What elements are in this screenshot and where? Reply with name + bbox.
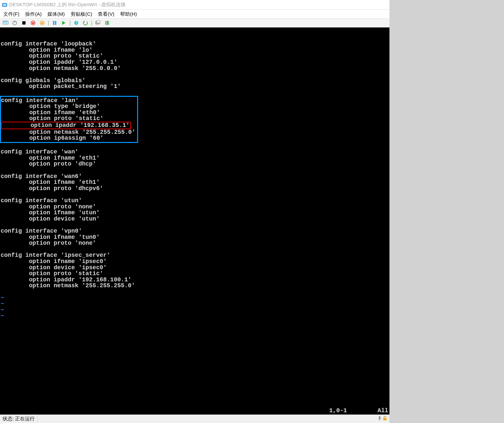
cfg-loopback-ifname: option ifname 'lo' xyxy=(1,47,93,53)
toolbar-separator: | xyxy=(91,20,92,26)
blank-line xyxy=(1,71,4,78)
menu-action[interactable]: 操作(A) xyxy=(25,11,42,17)
cfg-utun-header: config interface 'utun' xyxy=(1,197,82,204)
cfg-ipsec-netmask: option netmask '255.255.255.0' xyxy=(1,282,135,289)
cfg-wan-proto: option proto 'dhcp' xyxy=(1,161,96,167)
vm-status: 状态: 正在运行 xyxy=(0,415,38,423)
window-title: DESKTOP-LM3S0B2 上的 Rin-OpenWrt - 虚拟机连接 xyxy=(9,2,126,8)
cfg-wan-header: config interface 'wan' xyxy=(1,149,79,155)
menu-media[interactable]: 媒体(M) xyxy=(47,11,65,17)
blank-line xyxy=(1,143,4,149)
vim-cursor-position: 1,0-1 xyxy=(329,408,375,414)
svg-marker-21 xyxy=(83,21,85,22)
statusbar: 状态: 正在运行 xyxy=(0,414,389,423)
cfg-lan-header: config interface 'lan' xyxy=(1,97,79,104)
cfg-ipsec-ipaddr: option ipaddr '192.168.100.1' xyxy=(1,276,132,283)
menu-view[interactable]: 查看(V) xyxy=(98,11,114,17)
blank-line xyxy=(1,191,4,198)
lan-ipaddr-highlight: option ipaddr '192.168.35.1' xyxy=(1,122,131,129)
app-icon xyxy=(2,2,7,8)
power-icon[interactable] xyxy=(11,19,18,26)
cfg-lan-ifname: option ifname 'eth0' xyxy=(1,109,100,116)
menu-file[interactable]: 文件(F) xyxy=(3,11,19,17)
enhanced-session-icon[interactable] xyxy=(94,19,101,26)
cfg-ipsec-ifname: option ifname 'ipsec0' xyxy=(1,258,107,265)
cfg-utun-ifname: option ifname 'utun' xyxy=(1,209,99,216)
cfg-vpn0-ifname: option ifname 'tun0' xyxy=(1,234,99,240)
cfg-lan-type: option type 'bridge' xyxy=(1,103,100,110)
menu-clipboard[interactable]: 剪贴板(C) xyxy=(71,11,92,17)
cfg-loopback-proto: option proto 'static' xyxy=(1,53,103,59)
vim-status-left xyxy=(0,408,329,414)
vim-tilde: ~ xyxy=(1,301,4,307)
toolbar-separator: | xyxy=(69,20,71,26)
svg-rect-6 xyxy=(5,21,6,22)
vim-tilde: ~ xyxy=(1,295,4,301)
blank-line xyxy=(1,289,4,295)
cfg-wan6-ifname: option ifname 'eth1' xyxy=(1,179,99,185)
cfg-utun-device: option device 'utun' xyxy=(1,216,99,222)
menu-help[interactable]: 帮助(H) xyxy=(120,11,137,17)
desktop-background xyxy=(389,0,504,423)
blank-line xyxy=(1,221,4,228)
svg-rect-23 xyxy=(97,20,100,23)
stop-icon[interactable] xyxy=(20,19,27,26)
svg-rect-24 xyxy=(105,21,106,25)
cfg-vpn0-header: config interface 'vpn0' xyxy=(1,228,82,234)
lock-icon xyxy=(383,416,387,422)
cfg-lan-proto: option proto 'static' xyxy=(1,115,103,122)
start-icon[interactable] xyxy=(60,19,67,26)
svg-marker-19 xyxy=(62,21,65,25)
ctrl-alt-del-icon[interactable] xyxy=(2,19,9,26)
svg-rect-25 xyxy=(107,21,108,25)
snapshot-icon[interactable] xyxy=(73,19,80,26)
cfg-globals-pkt: option packet_steering '1' xyxy=(1,83,121,90)
cfg-lan-netmask: option netmask '255.255.255.0' xyxy=(1,129,135,135)
blank-line xyxy=(1,167,4,173)
reset-icon[interactable] xyxy=(39,19,46,26)
share-icon[interactable] xyxy=(103,19,111,26)
cfg-wan-ifname: option ifname 'eth1' xyxy=(1,155,99,161)
svg-rect-17 xyxy=(53,21,54,25)
cfg-utun-proto: option proto 'none' xyxy=(1,203,96,210)
cfg-globals-header: config globals 'globals' xyxy=(1,77,85,84)
svg-rect-7 xyxy=(6,21,7,22)
toolbar-separator: | xyxy=(48,20,49,26)
vim-scroll-position: All xyxy=(375,408,388,414)
revert-icon[interactable] xyxy=(82,19,89,26)
shutdown-icon[interactable] xyxy=(29,19,37,26)
cfg-loopback-header: config interface 'loopback' xyxy=(1,41,96,47)
svg-rect-27 xyxy=(379,416,380,419)
cfg-lan-ip6assign: option ip6assign '60' xyxy=(1,135,103,141)
terminal[interactable]: config interface 'loopback' option ifnam… xyxy=(0,27,389,414)
vim-status-line: 1,0-1 All xyxy=(0,408,389,414)
svg-rect-10 xyxy=(22,21,26,25)
svg-rect-1 xyxy=(3,4,6,6)
cfg-vpn0-proto: option proto 'none' xyxy=(1,240,96,246)
vim-tilde: ~ xyxy=(1,307,4,313)
cfg-wan6-header: config interface 'wan6' xyxy=(1,173,82,180)
svg-rect-5 xyxy=(3,21,4,22)
microphone-icon xyxy=(378,416,382,422)
cfg-loopback-ipaddr: option ipaddr '127.0.0.1' xyxy=(1,59,117,65)
cfg-ipsec-device: option device 'ipsec0' xyxy=(1,264,107,271)
blank-line xyxy=(1,89,4,96)
cfg-lan-ipaddr: option ipaddr '192.168.35.1' xyxy=(2,122,130,129)
cfg-wan6-proto: option proto 'dhcpv6' xyxy=(1,185,103,192)
vim-tilde: ~ xyxy=(1,313,4,319)
lan-highlight-box: config interface 'lan' option type 'brid… xyxy=(0,96,138,143)
blank-line xyxy=(1,35,4,41)
cfg-ipsec-header: config interface 'ipsec_server' xyxy=(1,252,110,258)
input-indicator xyxy=(375,415,389,423)
blank-line xyxy=(1,246,4,253)
svg-rect-26 xyxy=(108,21,109,25)
pause-icon[interactable] xyxy=(51,19,58,26)
cfg-loopback-netmask: option netmask '255.0.0.0' xyxy=(1,65,121,72)
svg-rect-18 xyxy=(55,21,56,25)
svg-rect-29 xyxy=(383,418,387,420)
cfg-ipsec-proto: option proto 'static' xyxy=(1,270,103,277)
